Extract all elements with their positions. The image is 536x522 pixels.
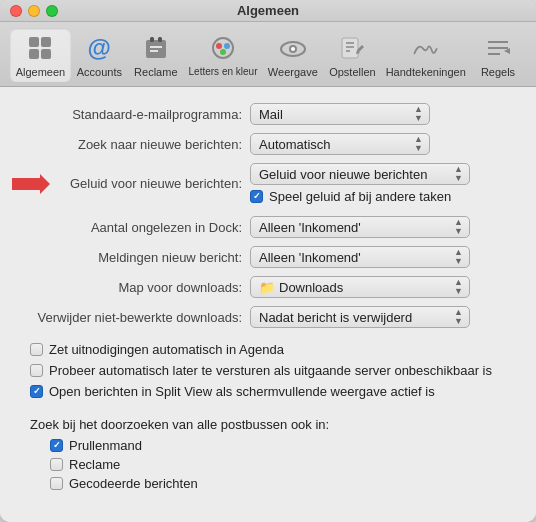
form-row-zoek: Zoek naar nieuwe berichten: Automatisch … bbox=[20, 133, 516, 155]
select-aantal-value: Alleen 'Inkomend' bbox=[259, 220, 450, 235]
form-row-email: Standaard-e-mailprogramma: Mail ▲▼ bbox=[20, 103, 516, 125]
svg-point-11 bbox=[224, 43, 230, 49]
checkbox-speel[interactable] bbox=[250, 190, 263, 203]
opstellen-label: Opstellen bbox=[329, 66, 375, 78]
checkbox-row-agenda: Zet uitnodigingen automatisch in Agenda bbox=[20, 342, 516, 357]
form-row-aantal: Aantal ongelezen in Dock: Alleen 'Inkome… bbox=[20, 216, 516, 238]
toolbar: Algemeen @ Accounts Reclame bbox=[0, 22, 536, 87]
svg-rect-0 bbox=[29, 37, 39, 47]
select-verwijder[interactable]: Nadat bericht is verwijderd ▲▼ bbox=[250, 306, 470, 328]
select-email[interactable]: Mail ▲▼ bbox=[250, 103, 430, 125]
control-aantal: Alleen 'Inkomend' ▲▼ bbox=[250, 216, 516, 238]
toolbar-item-reclame[interactable]: Reclame bbox=[128, 28, 184, 82]
checkbox-gecodeerd[interactable] bbox=[50, 477, 63, 490]
toolbar-item-accounts[interactable]: @ Accounts bbox=[71, 28, 128, 82]
select-meldingen[interactable]: Alleen 'Inkomend' ▲▼ bbox=[250, 246, 470, 268]
svg-rect-16 bbox=[342, 38, 358, 58]
form-row-meldingen: Meldingen nieuw bericht: Alleen 'Inkomen… bbox=[20, 246, 516, 268]
sub-checkbox-row-gecodeerd: Gecodeerde berichten bbox=[20, 476, 516, 491]
accounts-icon: @ bbox=[83, 32, 115, 64]
weergave-label: Weergave bbox=[268, 66, 318, 78]
checkbox-versturen[interactable] bbox=[30, 364, 43, 377]
svg-rect-5 bbox=[150, 37, 154, 42]
toolbar-item-letters[interactable]: Letters en kleur bbox=[184, 28, 262, 81]
select-email-value: Mail bbox=[259, 107, 410, 122]
content-area: Standaard-e-mailprogramma: Mail ▲▼ Zoek … bbox=[0, 87, 536, 522]
label-zoek: Zoek naar nieuwe berichten: bbox=[20, 137, 250, 152]
control-geluid: Geluid voor nieuwe berichten ▲▼ Speel ge… bbox=[250, 163, 516, 204]
select-meldingen-value: Alleen 'Inkomend' bbox=[259, 250, 450, 265]
handtekeningen-icon bbox=[410, 32, 442, 64]
control-zoek: Automatisch ▲▼ bbox=[250, 133, 516, 155]
svg-rect-6 bbox=[158, 37, 162, 42]
minimize-button[interactable] bbox=[28, 5, 40, 17]
svg-rect-1 bbox=[41, 37, 51, 47]
form-section: Standaard-e-mailprogramma: Mail ▲▼ Zoek … bbox=[20, 103, 516, 495]
label-geluid: Geluid voor nieuwe berichten: bbox=[20, 176, 250, 191]
close-button[interactable] bbox=[10, 5, 22, 17]
titlebar: Algemeen bbox=[0, 0, 536, 22]
svg-point-10 bbox=[216, 43, 222, 49]
select-zoek[interactable]: Automatisch ▲▼ bbox=[250, 133, 430, 155]
select-geluid[interactable]: Geluid voor nieuwe berichten ▲▼ bbox=[250, 163, 470, 185]
select-arrows-geluid: ▲▼ bbox=[454, 165, 463, 183]
checkbox-row-speel: Speel geluid af bij andere taken bbox=[250, 189, 451, 204]
window-title: Algemeen bbox=[237, 3, 299, 18]
opstellen-icon bbox=[336, 32, 368, 64]
fullscreen-button[interactable] bbox=[46, 5, 58, 17]
checkbox-versturen-label: Probeer automatisch later te versturen a… bbox=[49, 363, 492, 378]
checkbox-splitview[interactable] bbox=[30, 385, 43, 398]
window: Algemeen Algemeen @ Accounts bbox=[0, 0, 536, 522]
select-arrows-verwijder: ▲▼ bbox=[454, 308, 463, 326]
toolbar-item-algemeen[interactable]: Algemeen bbox=[10, 28, 71, 82]
checkbox-prullenmand[interactable] bbox=[50, 439, 63, 452]
spacer2 bbox=[20, 405, 516, 409]
checkbox-reclame[interactable] bbox=[50, 458, 63, 471]
checkbox-reclame-label: Reclame bbox=[69, 457, 120, 472]
svg-rect-3 bbox=[41, 49, 51, 59]
select-arrows-zoek: ▲▼ bbox=[414, 135, 423, 153]
toolbar-item-weergave[interactable]: Weergave bbox=[262, 28, 323, 82]
accounts-label: Accounts bbox=[77, 66, 122, 78]
form-row-geluid: Geluid voor nieuwe berichten: Geluid voo… bbox=[20, 163, 516, 204]
select-arrows-email: ▲▼ bbox=[414, 105, 423, 123]
checkbox-agenda[interactable] bbox=[30, 343, 43, 356]
svg-marker-24 bbox=[12, 174, 50, 194]
svg-point-15 bbox=[291, 47, 295, 51]
select-arrows-meldingen: ▲▼ bbox=[454, 248, 463, 266]
checkbox-speel-label: Speel geluid af bij andere taken bbox=[269, 189, 451, 204]
regels-icon bbox=[482, 32, 514, 64]
svg-point-12 bbox=[220, 49, 226, 55]
reclame-icon bbox=[140, 32, 172, 64]
folder-icon: 📁 bbox=[259, 280, 275, 295]
svg-rect-4 bbox=[146, 40, 166, 58]
algemeen-label: Algemeen bbox=[16, 66, 66, 78]
control-meldingen: Alleen 'Inkomend' ▲▼ bbox=[250, 246, 516, 268]
letters-icon bbox=[207, 32, 239, 64]
toolbar-item-opstellen[interactable]: Opstellen bbox=[323, 28, 381, 82]
label-map: Map voor downloads: bbox=[20, 280, 250, 295]
handtekeningen-label: Handtekeningen bbox=[386, 66, 466, 78]
select-arrows-map: ▲▼ bbox=[454, 278, 463, 296]
sub-checkbox-row-prullenmand: Prullenmand bbox=[20, 438, 516, 453]
label-verwijder: Verwijder niet-bewerkte downloads: bbox=[20, 310, 250, 325]
select-arrows-aantal: ▲▼ bbox=[454, 218, 463, 236]
label-email: Standaard-e-mailprogramma: bbox=[20, 107, 250, 122]
select-map[interactable]: 📁 Downloads ▲▼ bbox=[250, 276, 470, 298]
select-verwijder-value: Nadat bericht is verwijderd bbox=[259, 310, 450, 325]
checkbox-prullenmand-label: Prullenmand bbox=[69, 438, 142, 453]
toolbar-item-regels[interactable]: Regels bbox=[470, 28, 526, 82]
checkbox-splitview-label: Open berichten in Split View als schermv… bbox=[49, 384, 435, 399]
checkbox-row-splitview: Open berichten in Split View als schermv… bbox=[20, 384, 516, 399]
svg-rect-2 bbox=[29, 49, 39, 59]
select-aantal[interactable]: Alleen 'Inkomend' ▲▼ bbox=[250, 216, 470, 238]
control-verwijder: Nadat bericht is verwijderd ▲▼ bbox=[250, 306, 516, 328]
toolbar-item-handtekeningen[interactable]: Handtekeningen bbox=[381, 28, 470, 82]
label-meldingen: Meldingen nieuw bericht: bbox=[20, 250, 250, 265]
select-zoek-value: Automatisch bbox=[259, 137, 410, 152]
checkbox-row-versturen: Probeer automatisch later te versturen a… bbox=[20, 363, 516, 378]
regels-label: Regels bbox=[481, 66, 515, 78]
form-row-map: Map voor downloads: 📁 Downloads ▲▼ bbox=[20, 276, 516, 298]
form-row-verwijder: Verwijder niet-bewerkte downloads: Nadat… bbox=[20, 306, 516, 328]
letters-label: Letters en kleur bbox=[189, 66, 258, 77]
